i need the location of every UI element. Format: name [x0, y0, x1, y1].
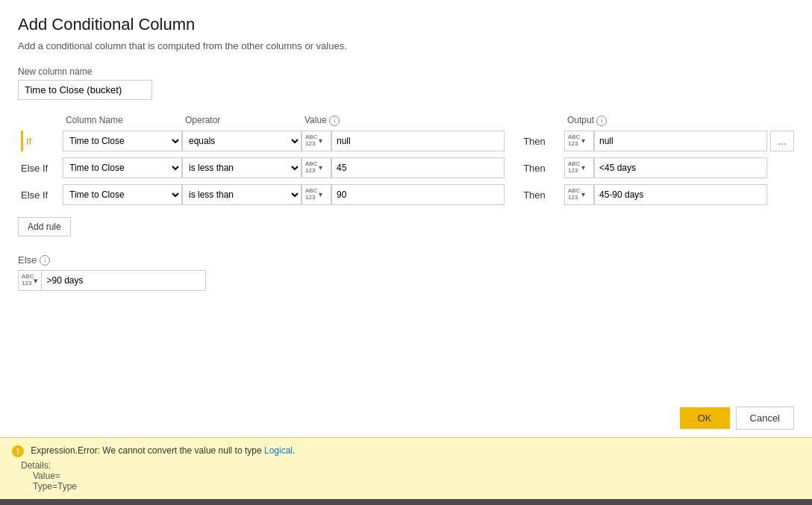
else-type-selector[interactable]: ABC123 ▾ — [18, 270, 42, 291]
rules-table: Column Name Operator Value i Output i If… — [18, 115, 794, 205]
row-2-output-input[interactable] — [594, 184, 767, 205]
error-icon: ! — [12, 445, 24, 457]
row-2-operator-cell: is less than equals is greater than — [182, 184, 302, 205]
value-info-icon: i — [329, 116, 340, 126]
row-1-value-input[interactable] — [331, 157, 505, 178]
col-header-column-name: Column Name — [63, 115, 182, 126]
row-1-value-type[interactable]: ABC123 ▾ — [302, 157, 331, 178]
row-1-column-name-select[interactable]: Time to Close Other Column — [63, 157, 182, 178]
error-banner: ! Expression.Error: We cannot convert th… — [0, 437, 812, 499]
row-label-else-if-2: Else If — [18, 189, 63, 201]
row-2-value-type[interactable]: ABC123 ▾ — [302, 184, 331, 205]
row-0-value-input[interactable] — [331, 131, 505, 151]
row-2-column-name-select[interactable]: Time to Close Other Column — [63, 184, 182, 205]
else-value-input[interactable] — [42, 270, 206, 291]
row-0-operator-select[interactable]: equals is less than is greater than — [182, 131, 302, 151]
else-label: Else i — [18, 254, 794, 266]
else-section: Else i ABC123 ▾ — [18, 254, 794, 291]
bottom-bar — [0, 499, 812, 505]
row-0-column-name-cell: Time to Close Other Column — [63, 131, 182, 151]
new-column-label: New column name — [18, 66, 794, 77]
table-row: Else If Time to Close Other Column is le… — [18, 184, 794, 205]
row-1-output-input[interactable] — [594, 157, 767, 178]
row-0-output-type[interactable]: ABC123 ▾ — [564, 131, 594, 151]
error-type-line: Type=Type — [33, 481, 800, 492]
row-0-value-cell — [331, 131, 505, 151]
row-2-column-name-cell: Time to Close Other Column — [63, 184, 182, 205]
col-header-if — [18, 115, 63, 126]
row-2-output-cell — [594, 184, 767, 205]
row-2-value-input[interactable] — [331, 184, 505, 205]
row-label-else-if-1: Else If — [18, 163, 63, 174]
error-details-content: Value= Type=Type — [21, 471, 800, 492]
table-row: If Time to Close Other Column equals is … — [18, 131, 794, 151]
row-0-value-type[interactable]: ABC123 ▾ — [302, 131, 331, 151]
else-info-icon: i — [40, 255, 50, 266]
row-0-column-name-select[interactable]: Time to Close Other Column — [63, 131, 182, 151]
row-1-then-label: Then — [505, 163, 564, 174]
table-row: Else If Time to Close Other Column is le… — [18, 157, 794, 178]
row-1-output-type[interactable]: ABC123 ▾ — [564, 157, 594, 178]
col-header-operator: Operator — [182, 115, 302, 126]
row-0-more-cell: ... — [767, 131, 794, 151]
error-value-line: Value= — [33, 471, 800, 481]
row-label-if: If — [18, 131, 63, 151]
page-description: Add a conditional column that is compute… — [18, 40, 794, 51]
error-link[interactable]: Logical — [264, 445, 293, 456]
row-1-operator-cell: is less than equals is greater than — [182, 157, 302, 178]
row-1-column-name-cell: Time to Close Other Column — [63, 157, 182, 178]
error-title: ! Expression.Error: We cannot convert th… — [12, 445, 800, 457]
row-1-value-cell — [331, 157, 505, 178]
col-header-value: Value i — [302, 115, 505, 126]
row-1-output-cell — [594, 157, 767, 178]
row-2-then-label: Then — [505, 189, 564, 201]
cancel-button[interactable]: Cancel — [736, 407, 794, 430]
new-column-name-input[interactable] — [18, 80, 152, 100]
row-0-output-cell — [594, 131, 767, 151]
else-input-row: ABC123 ▾ — [18, 270, 794, 291]
row-0-operator-cell: equals is less than is greater than — [182, 131, 302, 151]
error-text-part1: Expression.Error: We cannot convert the … — [31, 445, 264, 456]
row-2-output-type[interactable]: ABC123 ▾ — [564, 184, 594, 205]
error-details: Details: Value= Type=Type — [12, 460, 800, 492]
row-0-more-button[interactable]: ... — [770, 131, 794, 151]
row-0-then-label: Then — [505, 136, 564, 147]
ok-button[interactable]: OK — [680, 407, 730, 429]
col-header-output: Output i — [564, 115, 767, 126]
row-2-operator-select[interactable]: is less than equals is greater than — [182, 184, 302, 205]
add-rule-button[interactable]: Add rule — [18, 217, 71, 236]
row-0-output-input[interactable] — [594, 131, 767, 151]
column-headers: Column Name Operator Value i Output i — [18, 115, 794, 129]
row-1-operator-select[interactable]: is less than equals is greater than — [182, 157, 302, 178]
page-title: Add Conditional Column — [18, 15, 794, 34]
dialog-footer: OK Cancel — [0, 399, 812, 437]
row-2-value-cell — [331, 184, 505, 205]
error-details-label: Details: — [21, 460, 800, 471]
output-info-icon: i — [596, 116, 607, 126]
